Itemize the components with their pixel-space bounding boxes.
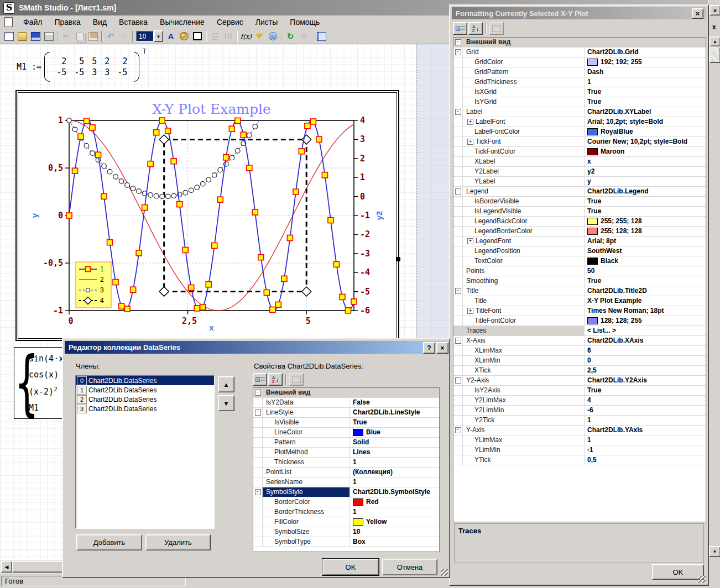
property-value[interactable]: 1 <box>585 416 706 425</box>
property-value[interactable]: 1 <box>350 507 439 517</box>
property-row[interactable]: Y2LimMin-6 <box>453 406 706 416</box>
property-value[interactable]: Box <box>350 537 439 547</box>
property-value[interactable]: Chart2DLib.Title2D <box>585 286 706 296</box>
open-button[interactable] <box>15 30 29 43</box>
property-row[interactable]: IsY2DataFalse <box>253 398 439 408</box>
property-row[interactable]: LegendBorderColor255; 128; 128 <box>453 227 706 237</box>
property-value[interactable]: Chart2DLib.Y2Axis <box>585 376 706 385</box>
property-value[interactable]: Chart2DLib.LineStyle <box>350 408 439 417</box>
property-row[interactable]: -LegendChart2DLib.Legend <box>453 187 706 197</box>
property-value[interactable]: False <box>350 398 439 407</box>
scroll-up-button[interactable]: ▲ <box>709 36 720 46</box>
property-value[interactable]: (Коллекция) <box>350 468 439 477</box>
property-value[interactable]: 255; 128; 128 <box>585 227 706 236</box>
cut-button[interactable]: ✂ <box>60 30 73 43</box>
property-row[interactable]: Y2Tick1 <box>453 416 706 426</box>
vertical-scroll-thumb[interactable] <box>709 46 720 63</box>
property-value[interactable]: Dash <box>585 67 706 77</box>
property-row[interactable]: XLimMin0 <box>453 356 706 366</box>
dataseries-list-item[interactable]: 2Chart2DLib.DataSeries <box>76 395 214 404</box>
property-row[interactable]: BorderColorRed <box>253 497 439 507</box>
property-value[interactable]: RoyalBlue <box>585 127 706 136</box>
property-value[interactable]: True <box>585 386 706 395</box>
property-row[interactable]: LineColorBlue <box>253 428 439 438</box>
add-button[interactable]: Добавить <box>76 534 142 550</box>
property-value[interactable]: Black <box>585 256 706 266</box>
recalculate-button[interactable]: ↻ <box>284 30 297 43</box>
property-value[interactable]: 2,5 <box>585 366 706 375</box>
property-row[interactable]: Traces< List... > <box>453 326 706 336</box>
property-value[interactable]: y <box>585 177 706 186</box>
property-value[interactable]: 1 <box>350 477 439 487</box>
property-row[interactable]: Y2Labely2 <box>453 167 706 177</box>
xy-plot-region[interactable]: X-Y Plot Example10,50-0,5-143210-1-2-3-4… <box>15 90 399 341</box>
copy-button[interactable] <box>73 30 86 43</box>
property-row[interactable]: TextColorBlack <box>453 256 706 266</box>
horizontal-spacing-button[interactable] <box>208 30 222 43</box>
property-row[interactable]: Thickness1 <box>253 458 439 468</box>
collapse-icon[interactable]: - <box>455 288 461 294</box>
property-value[interactable]: 10 <box>350 527 439 537</box>
collapse-icon[interactable]: - <box>455 49 461 55</box>
categorized-view-button[interactable]: ⊞ <box>453 22 467 35</box>
dialog-resize-grip[interactable] <box>441 569 448 576</box>
print-button[interactable] <box>42 30 55 43</box>
collapse-icon[interactable]: - <box>455 338 461 344</box>
paste-button[interactable] <box>86 30 100 43</box>
panel-resize-grip[interactable] <box>698 576 706 583</box>
property-row[interactable]: -Y-AxisChart2DLib.YAxis <box>453 426 706 435</box>
collapse-icon[interactable]: - <box>455 109 461 115</box>
property-value[interactable]: True <box>585 276 706 286</box>
dialog-ok-button[interactable]: OK <box>322 559 379 575</box>
redo-button[interactable]: ↷ <box>117 30 131 43</box>
font-color-button[interactable]: A <box>164 30 178 43</box>
property-row[interactable]: IsBorderVisibleTrue <box>453 197 706 207</box>
menu-item-2[interactable]: Вид <box>87 17 113 28</box>
property-row[interactable]: GridColor192; 192; 255 <box>453 57 706 67</box>
property-row[interactable]: SymbolTypeBox <box>253 537 439 547</box>
property-row[interactable]: TickFontColorMaroon <box>453 147 706 157</box>
property-row[interactable]: +TitleFontTimes New Roman; 18pt <box>453 306 706 316</box>
property-value[interactable]: Chart2DLib.Grid <box>585 48 706 57</box>
property-value[interactable]: 1 <box>350 458 439 467</box>
tab-close-glyph[interactable]: x <box>712 23 716 31</box>
property-row[interactable]: YLabely <box>453 177 706 187</box>
property-value[interactable]: 1 <box>585 77 706 87</box>
remove-button[interactable]: Удалить <box>145 534 211 550</box>
property-value[interactable]: -6 <box>585 406 706 415</box>
property-row[interactable]: IsLegendVisibleTrue <box>453 207 706 217</box>
property-row[interactable]: -Внешний вид <box>453 38 706 48</box>
property-row[interactable]: IsYGridTrue <box>453 97 706 107</box>
property-row[interactable]: -LineStyleChart2DLib.LineStyle <box>253 408 439 418</box>
property-row[interactable]: PatternSolid <box>253 438 439 448</box>
dataseries-list-item[interactable]: 0Chart2DLib.DataSeries <box>76 376 214 385</box>
property-row[interactable]: SeriesName1 <box>253 477 439 487</box>
font-size-combo[interactable]: 10▾ <box>136 30 163 42</box>
property-value[interactable]: Arial; 10,2pt; style=Bold <box>585 117 706 127</box>
property-value[interactable]: -1 <box>585 445 706 455</box>
dialog-titlebar[interactable]: Редактор коллекции DataSeries <box>65 341 447 354</box>
collapse-icon[interactable]: - <box>255 390 261 396</box>
property-row[interactable]: Y2LimMax4 <box>453 396 706 406</box>
property-row[interactable]: LegendBackColor255; 255; 128 <box>453 217 706 227</box>
chart-resize-handle[interactable] <box>396 257 400 261</box>
horizontal-scroll-thumb[interactable] <box>12 561 64 573</box>
property-row[interactable]: XLabelx <box>453 157 706 167</box>
property-value[interactable]: 0 <box>585 356 706 365</box>
dialog-help-button[interactable]: ? <box>423 342 435 354</box>
property-value[interactable]: Chart2DLib.Legend <box>585 187 706 196</box>
new-document-button[interactable] <box>2 30 15 43</box>
undo-button[interactable]: ↶ <box>104 30 117 43</box>
property-row[interactable]: -SymbolStyleChart2DLib.SymbolStyle <box>253 487 439 497</box>
filter-button[interactable] <box>253 30 266 43</box>
move-up-button[interactable]: ▲ <box>218 376 234 392</box>
property-row[interactable]: PlotMethodLines <box>253 448 439 458</box>
panel-ok-button[interactable]: OK <box>652 564 704 580</box>
property-value[interactable]: Maroon <box>585 147 706 156</box>
property-row[interactable]: -TitleChart2DLib.Title2D <box>453 286 706 296</box>
dataseries-list-item[interactable]: 1Chart2DLib.DataSeries <box>76 385 214 395</box>
property-value[interactable]: Chart2DLib.XYLabel <box>585 107 706 117</box>
expand-icon[interactable]: + <box>467 119 473 125</box>
property-value[interactable]: Arial; 8pt <box>585 237 706 246</box>
collapse-icon[interactable]: - <box>455 377 461 384</box>
